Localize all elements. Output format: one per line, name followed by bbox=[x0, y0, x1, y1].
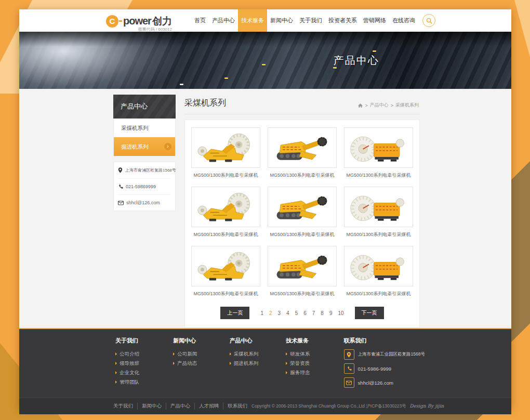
footer-link[interactable]: 公司介绍 bbox=[115, 349, 171, 359]
footer-link-label: 企业文化 bbox=[120, 368, 139, 377]
pagination-page-5[interactable]: 5 bbox=[294, 309, 299, 317]
pagination-page-2-current[interactable]: 2 bbox=[268, 309, 273, 317]
pagination-page-10[interactable]: 10 bbox=[337, 309, 344, 317]
sidebar-email-row: shhcl@126.com bbox=[118, 195, 171, 211]
nav-item-tech-service[interactable]: 技术服务 bbox=[238, 9, 267, 32]
footer-col-title: 技术服务 bbox=[286, 337, 341, 345]
footer-col-about: 关于我们 公司介绍 领导致辞 企业文化 管理团队 bbox=[113, 337, 171, 391]
arrow-bullet-icon bbox=[115, 352, 117, 356]
product-image[interactable] bbox=[268, 187, 337, 227]
product-image[interactable] bbox=[344, 127, 413, 168]
sidebar: 产品中心 采煤机系列 掘进机系列 › 上海市青浦区崧复路1568号 bbox=[113, 95, 176, 328]
pagination-page-8[interactable]: 8 bbox=[320, 309, 325, 317]
nav-item-investor[interactable]: 投资者关系 bbox=[325, 9, 360, 32]
pagination-page-7[interactable]: 7 bbox=[311, 309, 316, 317]
product-card: MG500/1300系列电牵引采煤机 bbox=[191, 246, 260, 297]
nav-item-home[interactable]: 首页 bbox=[191, 9, 209, 32]
product-image[interactable] bbox=[191, 246, 260, 286]
product-caption[interactable]: MG500/1300系列电牵引采煤机 bbox=[191, 172, 260, 179]
nav-item-products[interactable]: 产品中心 bbox=[209, 9, 238, 32]
pagination-page-9[interactable]: 9 bbox=[328, 309, 334, 317]
arrow-bullet-icon bbox=[115, 380, 117, 384]
pagination-next-button[interactable]: 下一页 bbox=[355, 307, 384, 319]
search-button[interactable] bbox=[422, 14, 435, 27]
footer-col-tech: 技术服务 研发体系 荣誉资质 服务理念 bbox=[284, 337, 341, 391]
footer-link[interactable]: 管理团队 bbox=[115, 377, 171, 387]
product-caption[interactable]: MG500/1300系列电牵引采煤机 bbox=[268, 231, 337, 238]
hero-banner: 产品中心 bbox=[19, 32, 511, 89]
footer-phone: 021-5986-9999 bbox=[358, 366, 391, 372]
footer-col-contact: 联系我们 上海市青浦工业园区崧复路1568号 021-5986-9999 shh… bbox=[342, 337, 425, 391]
footer-link[interactable]: 领导致辞 bbox=[115, 359, 171, 368]
footer-link[interactable]: 采煤机系列 bbox=[230, 349, 284, 359]
product-image[interactable] bbox=[344, 187, 413, 227]
sidebar-menu: 采煤机系列 掘进机系列 › bbox=[113, 119, 176, 156]
footer-link[interactable]: 荣誉资质 bbox=[286, 359, 341, 368]
location-pin-icon bbox=[118, 167, 123, 173]
phone-icon bbox=[118, 184, 123, 189]
pagination-prev-button[interactable]: 上一页 bbox=[220, 307, 249, 319]
product-card: MG500/1300系列电牵引采煤机 bbox=[268, 187, 337, 238]
pagination-page-4[interactable]: 4 bbox=[285, 309, 290, 317]
product-image[interactable] bbox=[191, 127, 260, 168]
footer-col-title: 关于我们 bbox=[115, 337, 171, 345]
footer-link[interactable]: 掘进机系列 bbox=[230, 359, 284, 368]
footer-bottom-link-careers[interactable]: 人才招聘 bbox=[195, 403, 223, 410]
sidebar-item-shearer-series[interactable]: 采煤机系列 bbox=[114, 119, 175, 137]
brand-icon: C bbox=[106, 15, 118, 28]
nav-item-news[interactable]: 新闻中心 bbox=[267, 9, 296, 32]
footer-link[interactable]: 研发体系 bbox=[286, 349, 341, 359]
footer-email-row: shhcl@126.com bbox=[344, 377, 425, 388]
footer-link-label: 掘进机系列 bbox=[234, 359, 259, 368]
product-caption[interactable]: MG500/1300系列电牵引采煤机 bbox=[268, 172, 337, 179]
chevron-right-icon: › bbox=[164, 143, 171, 150]
phone-icon bbox=[344, 363, 354, 374]
brand-name-cn: 创力 bbox=[152, 15, 172, 28]
brand-logo[interactable]: C power 创力 股票代码 / 603012 bbox=[106, 9, 172, 32]
footer-bottom-link-about[interactable]: 关于我们 bbox=[113, 403, 138, 410]
product-caption[interactable]: MG500/1300系列电牵引采煤机 bbox=[268, 291, 337, 297]
footer-link-label: 研发体系 bbox=[290, 349, 310, 359]
product-image[interactable] bbox=[268, 246, 337, 286]
footer-email[interactable]: shhcl@126.com bbox=[358, 380, 393, 386]
copyright-text: Copyright © 2006-2013 Shanghai Chuangli … bbox=[251, 403, 406, 409]
footer-bottom-link-news[interactable]: 新闻中心 bbox=[138, 403, 166, 410]
sidebar-item-roadheader-series[interactable]: 掘进机系列 › bbox=[114, 137, 175, 156]
footer-link[interactable]: 企业文化 bbox=[115, 368, 171, 377]
footer-link[interactable]: 服务理念 bbox=[286, 368, 341, 377]
pagination-page-6[interactable]: 6 bbox=[302, 309, 308, 317]
product-grid: MG500/1300系列电牵引采煤机 MG500/1300系列电牵引采煤机 bbox=[191, 127, 413, 297]
sidebar-contact-box: 上海市青浦区崧复路1568号 021-59869999 shhcl@126.co… bbox=[113, 162, 176, 211]
sidebar-item-label: 掘进机系列 bbox=[121, 143, 149, 150]
sidebar-phone: 021-59869999 bbox=[126, 184, 156, 189]
product-caption[interactable]: MG500/1300系列电牵引采煤机 bbox=[344, 172, 413, 179]
footer-link-label: 服务理念 bbox=[290, 368, 310, 377]
breadcrumb-current: 采煤机系列 bbox=[395, 102, 419, 109]
breadcrumb-products[interactable]: 产品中心 bbox=[370, 102, 389, 109]
footer-link[interactable]: 公司新闻 bbox=[173, 349, 227, 359]
footer-link[interactable]: 产品动态 bbox=[173, 359, 227, 368]
product-caption[interactable]: MG500/1300系列电牵引采煤机 bbox=[344, 291, 413, 297]
arrow-bullet-icon bbox=[230, 352, 231, 356]
footer-bottom-link-products[interactable]: 产品中心 bbox=[166, 403, 195, 410]
nav-item-online-consult[interactable]: 在线咨询 bbox=[389, 9, 418, 32]
product-image[interactable] bbox=[268, 127, 337, 168]
product-caption[interactable]: MG500/1300系列电牵引采煤机 bbox=[191, 291, 260, 297]
nav-item-about[interactable]: 关于我们 bbox=[296, 9, 325, 32]
pagination-page-3[interactable]: 3 bbox=[277, 309, 282, 317]
arrow-bullet-icon bbox=[115, 371, 117, 374]
sidebar-email[interactable]: shhcl@126.com bbox=[126, 200, 160, 205]
main-nav: 首页 产品中心 技术服务 新闻中心 关于我们 投资者关系 营销网络 在线咨询 bbox=[191, 9, 418, 32]
footer-bottom-link-contact[interactable]: 联系我们 bbox=[223, 403, 251, 410]
pagination: 上一页 1 2 3 4 5 6 7 8 9 10 下一页 bbox=[191, 307, 413, 319]
page-title: 采煤机系列 bbox=[184, 98, 226, 109]
product-image[interactable] bbox=[191, 187, 260, 227]
product-image[interactable] bbox=[344, 246, 413, 286]
pagination-page-1[interactable]: 1 bbox=[259, 309, 264, 317]
home-icon[interactable] bbox=[358, 103, 363, 108]
nav-item-marketing[interactable]: 营销网络 bbox=[360, 9, 389, 32]
product-caption[interactable]: MG500/1300系列电牵引采煤机 bbox=[191, 231, 260, 238]
footer-address-row: 上海市青浦工业园区崧复路1568号 bbox=[344, 349, 425, 360]
design-credit: Design By jijin bbox=[409, 403, 444, 409]
product-caption[interactable]: MG500/1300系列电牵引采煤机 bbox=[344, 231, 413, 238]
